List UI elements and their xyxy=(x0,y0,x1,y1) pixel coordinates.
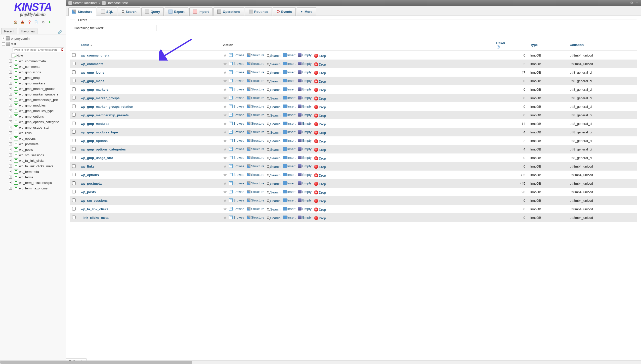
table-name-link[interactable]: wp_gmp_modules xyxy=(81,122,109,126)
scrollbar-thumb[interactable] xyxy=(0,361,192,364)
tab-sql[interactable]: SQL xyxy=(97,7,117,16)
tree-table-item[interactable]: +wp_terms xyxy=(0,174,66,180)
structure-link[interactable]: Structure xyxy=(247,122,265,125)
insert-link[interactable]: Insert xyxy=(283,147,296,151)
structure-link[interactable]: Structure xyxy=(247,79,265,83)
bc-db-link[interactable]: test xyxy=(122,1,128,5)
search-link[interactable]: Search xyxy=(267,122,280,126)
search-link[interactable]: Search xyxy=(267,54,280,58)
row-checkbox[interactable] xyxy=(72,79,76,82)
browse-link[interactable]: Browse xyxy=(229,79,244,83)
empty-link[interactable]: Empty xyxy=(298,62,312,66)
tab-routines[interactable]: Routines xyxy=(245,7,272,16)
table-name-link[interactable]: wp_sm_sessions xyxy=(81,199,108,202)
tab-structure[interactable]: Structure xyxy=(68,7,96,16)
table-name-link[interactable]: wp_gmp_modules_type xyxy=(81,130,118,134)
browse-link[interactable]: Browse xyxy=(229,87,244,91)
drop-link[interactable]: −Drop xyxy=(314,54,326,58)
structure-link[interactable]: Structure xyxy=(247,53,265,57)
browse-link[interactable]: Browse xyxy=(229,139,244,142)
structure-link[interactable]: Structure xyxy=(247,173,265,177)
tree-table-item[interactable]: +wp_ta_link_clicks_meta xyxy=(0,163,66,169)
reload-icon[interactable]: ↻ xyxy=(48,20,53,25)
expand-icon[interactable]: + xyxy=(9,126,12,129)
structure-link[interactable]: Structure xyxy=(247,147,265,151)
structure-link[interactable]: Structure xyxy=(247,156,265,160)
structure-link[interactable]: Structure xyxy=(247,113,265,117)
table-name-link[interactable]: wp_posts xyxy=(81,190,96,194)
help-icon[interactable]: ❓ xyxy=(27,20,32,25)
insert-link[interactable]: Insert xyxy=(283,79,296,83)
insert-link[interactable]: Insert xyxy=(283,87,296,91)
favorite-star-icon[interactable]: ★ xyxy=(223,104,227,109)
favorite-star-icon[interactable]: ★ xyxy=(223,198,227,203)
search-link[interactable]: Search xyxy=(267,207,280,211)
row-checkbox[interactable] xyxy=(72,181,76,185)
collapse-top-icon[interactable]: ⌃ xyxy=(636,1,638,5)
expand-icon[interactable]: + xyxy=(9,153,12,157)
empty-link[interactable]: Empty xyxy=(298,207,312,211)
empty-link[interactable]: Empty xyxy=(298,87,312,91)
drop-link[interactable]: −Drop xyxy=(314,182,326,186)
favorite-star-icon[interactable]: ★ xyxy=(223,215,227,220)
search-link[interactable]: Search xyxy=(267,114,280,117)
browse-link[interactable]: Browse xyxy=(229,105,244,108)
search-link[interactable]: Search xyxy=(267,71,280,75)
favorite-star-icon[interactable]: ★ xyxy=(223,121,227,126)
insert-link[interactable]: Insert xyxy=(283,181,296,185)
structure-link[interactable]: Structure xyxy=(247,190,265,194)
tree-table-item[interactable]: +wp_gmp_modules xyxy=(0,102,66,108)
favorite-star-icon[interactable]: ★ xyxy=(223,53,227,58)
expand-icon[interactable]: + xyxy=(9,137,12,140)
tree-table-item[interactable]: +wp_gmp_options_categorie xyxy=(0,119,66,125)
table-name-link[interactable]: wp_commentmeta xyxy=(81,54,109,57)
table-name-link[interactable]: wp_comments xyxy=(81,62,103,66)
search-link[interactable]: Search xyxy=(267,88,280,92)
insert-link[interactable]: Insert xyxy=(283,156,296,160)
expand-icon[interactable]: + xyxy=(9,131,12,134)
row-checkbox[interactable] xyxy=(72,113,76,117)
insert-link[interactable]: Insert xyxy=(283,198,296,202)
tree-table-item[interactable]: +wp_gmp_usage_stat xyxy=(0,125,66,130)
table-name-link[interactable]: wp_gmp_options xyxy=(81,139,108,143)
tree-table-item[interactable]: +wp_options xyxy=(0,136,66,141)
drop-link[interactable]: −Drop xyxy=(314,79,326,83)
tree-root[interactable]: + phpmyadmin xyxy=(0,36,66,41)
row-checkbox[interactable] xyxy=(72,87,76,91)
row-checkbox[interactable] xyxy=(72,198,76,202)
search-link[interactable]: Search xyxy=(267,79,280,83)
insert-link[interactable]: Insert xyxy=(283,164,296,168)
structure-link[interactable]: Structure xyxy=(247,96,265,100)
row-checkbox[interactable] xyxy=(72,190,76,193)
browse-link[interactable]: Browse xyxy=(229,62,244,66)
tree-table-item[interactable]: +wp_gmp_markers xyxy=(0,80,66,86)
drop-link[interactable]: −Drop xyxy=(314,207,326,212)
tree-database[interactable]: − test xyxy=(0,41,66,47)
structure-link[interactable]: Structure xyxy=(247,130,265,134)
favorite-star-icon[interactable]: ★ xyxy=(223,147,227,152)
empty-link[interactable]: Empty xyxy=(298,130,312,134)
search-link[interactable]: Search xyxy=(267,199,280,203)
search-link[interactable]: Search xyxy=(267,148,280,151)
tab-query[interactable]: Query xyxy=(141,7,164,16)
browse-link[interactable]: Browse xyxy=(229,113,244,117)
favorite-star-icon[interactable]: ★ xyxy=(223,78,227,83)
tree-table-item[interactable]: +wp_commentmeta xyxy=(0,58,66,64)
structure-link[interactable]: Structure xyxy=(247,87,265,91)
drop-link[interactable]: −Drop xyxy=(314,156,326,160)
tab-favorites[interactable]: Favorites xyxy=(19,28,37,34)
empty-link[interactable]: Empty xyxy=(298,198,312,202)
drop-link[interactable]: −Drop xyxy=(314,148,326,152)
structure-link[interactable]: Structure xyxy=(247,181,265,185)
expand-icon[interactable]: + xyxy=(9,120,12,123)
tree-table-item[interactable]: +wp_gmp_marker_groups xyxy=(0,86,66,91)
browse-link[interactable]: Browse xyxy=(229,147,244,151)
row-checkbox[interactable] xyxy=(72,139,76,142)
empty-link[interactable]: Empty xyxy=(298,181,312,185)
browse-link[interactable]: Browse xyxy=(229,53,244,57)
favorite-star-icon[interactable]: ★ xyxy=(223,95,227,100)
tree-table-item[interactable]: +wp_term_taxonomy xyxy=(0,185,66,191)
drop-link[interactable]: −Drop xyxy=(314,105,326,109)
tree-new-table[interactable]: New xyxy=(0,53,66,58)
search-link[interactable]: Search xyxy=(267,156,280,160)
